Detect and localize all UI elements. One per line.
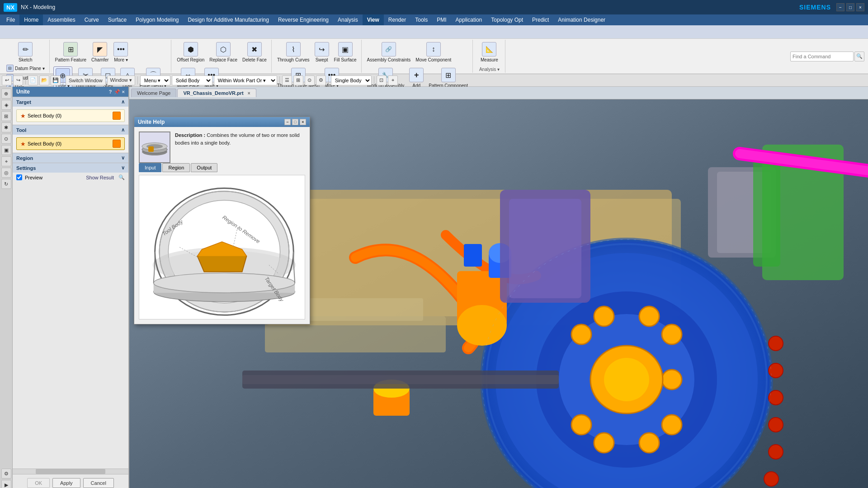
help-close-button[interactable]: ×	[300, 119, 306, 125]
chamfer-button[interactable]: ◤ Chamfer	[90, 41, 110, 64]
open-button[interactable]: 📂	[39, 75, 49, 85]
svg-point-22	[457, 305, 507, 346]
menu-application[interactable]: Application	[451, 14, 487, 25]
tool-section-header[interactable]: Tool ∧	[13, 125, 128, 135]
sketch-button[interactable]: ✏ Sketch	[16, 41, 34, 64]
help-thumbnail	[139, 131, 170, 163]
maximize-button[interactable]: □	[846, 3, 854, 11]
body-type-select[interactable]: Solid Body	[172, 75, 212, 85]
fill-surface-button[interactable]: ▣ Fill Surface	[332, 41, 359, 64]
offset-region-button[interactable]: ⬢ Offset Region	[175, 41, 206, 64]
chassis-tab-close[interactable]: ×	[248, 91, 250, 96]
left-scroll-area[interactable]	[13, 469, 128, 474]
swept-button[interactable]: ↪ Swept	[313, 41, 331, 64]
search-button[interactable]: 🔍	[854, 52, 864, 61]
help-restore-button[interactable]: □	[292, 119, 298, 125]
move-component-button[interactable]: ↕ Move Component	[414, 41, 453, 64]
filter-button[interactable]: ⊞	[293, 75, 303, 85]
sidebar-icon-6[interactable]: ▣	[1, 145, 11, 155]
unite-close-icon[interactable]: ×	[122, 89, 125, 95]
delete-face-button[interactable]: ✖ Delete Face	[241, 41, 269, 64]
svg-point-10	[662, 324, 682, 344]
datum-plane-button[interactable]: ⊟ Datum Plane ▾	[5, 64, 47, 73]
snap-button[interactable]: ⊙	[305, 75, 315, 85]
delete-icon: ✖	[247, 42, 262, 56]
through-curves-button[interactable]: ⌇ Through Curves	[275, 41, 311, 64]
help-description: Description : Combines the volume of two…	[175, 131, 305, 146]
svg-point-14	[594, 433, 614, 453]
pattern-feature-button[interactable]: ⊞ Pattern Feature	[53, 41, 88, 64]
minimize-button[interactable]: −	[836, 3, 844, 11]
sidebar-icon-5[interactable]: ⊙	[1, 134, 11, 144]
redo-button[interactable]: ↪	[13, 75, 23, 85]
menu-file[interactable]: File	[2, 14, 19, 25]
menu-animation[interactable]: Animation Designer	[553, 14, 610, 25]
menu-view[interactable]: View	[363, 14, 384, 25]
target-select-body-button[interactable]: ★ Select Body (0)	[16, 109, 125, 122]
select-all-button[interactable]: ☰	[282, 75, 292, 85]
menu-tools[interactable]: Tools	[410, 14, 432, 25]
svg-rect-27	[464, 244, 482, 267]
ok-button[interactable]: OK	[27, 478, 50, 488]
cancel-button[interactable]: Cancel	[83, 478, 114, 488]
3d-viewport[interactable]: Unite Help − □ ×	[129, 99, 868, 488]
preview-checkbox[interactable]	[16, 174, 22, 180]
pattern-component-button[interactable]: ⊞ Pattern Component	[427, 66, 470, 89]
sidebar-icon-play[interactable]: ▶	[1, 480, 11, 488]
single-body-select[interactable]: Single Body	[331, 75, 372, 85]
undo-button[interactable]: ↩	[2, 75, 12, 85]
measure-button[interactable]: 📐 Measure	[479, 41, 500, 64]
menu-assemblies[interactable]: Assemblies	[43, 14, 80, 25]
menu-analysis[interactable]: Analysis	[333, 14, 363, 25]
settings-button[interactable]: ⚙	[316, 75, 326, 85]
orient-button[interactable]: ⌖	[388, 75, 398, 85]
assembly-constraints-button[interactable]: 🔗 Assembly Constraints	[365, 41, 413, 64]
menu-additive[interactable]: Design for Additive Manufacturing	[184, 14, 274, 25]
chassis-tab[interactable]: VR_Chassis_DemoVR.prt ×	[177, 89, 256, 97]
help-tab-output[interactable]: Output	[191, 163, 217, 172]
menu-pmi[interactable]: PMI	[432, 14, 451, 25]
menu-polygon-modeling[interactable]: Polygon Modeling	[131, 14, 183, 25]
sidebar-icon-2[interactable]: ◈	[1, 100, 11, 110]
command-search-input[interactable]	[790, 52, 854, 61]
close-button[interactable]: ×	[856, 3, 864, 11]
replace-face-button[interactable]: ⬡ Replace Face	[208, 41, 239, 64]
target-section-header[interactable]: Target ∧	[13, 97, 128, 107]
sidebar-icon-1[interactable]: ⊕	[1, 89, 11, 99]
sidebar-icon-8[interactable]: ◎	[1, 168, 11, 178]
help-tab-input[interactable]: Input	[139, 163, 161, 172]
region-section-header[interactable]: Region ∨	[13, 153, 128, 163]
menu-predict[interactable]: Predict	[528, 14, 553, 25]
help-tab-region[interactable]: Region	[162, 163, 190, 172]
add-button[interactable]: + Add	[407, 66, 425, 89]
new-button[interactable]: 📄	[28, 75, 38, 85]
switch-window-button[interactable]: Switch Window	[66, 75, 106, 85]
more-feature-button[interactable]: ••• More ▾	[112, 41, 130, 64]
show-result-button[interactable]: Show Result	[86, 175, 114, 180]
menu-topology[interactable]: Topology Opt	[486, 14, 528, 25]
sidebar-icon-settings[interactable]: ⚙	[1, 469, 11, 479]
sidebar-icon-3[interactable]: ⊞	[1, 111, 11, 121]
help-minimize-button[interactable]: −	[284, 119, 291, 125]
menu-reverse[interactable]: Reverse Engineering	[274, 14, 333, 25]
menu-home[interactable]: Home	[19, 14, 43, 25]
welcome-tab[interactable]: Welcome Page	[131, 89, 176, 97]
settings-section-header[interactable]: Settings ∨	[13, 163, 128, 173]
unite-help-icon[interactable]: ?	[109, 89, 112, 95]
menu-curve[interactable]: Curve	[80, 14, 104, 25]
menu-surface[interactable]: Surface	[104, 14, 131, 25]
tool-select-body-button[interactable]: ★ Select Body (0)	[16, 137, 125, 150]
window-button[interactable]: Window ▾	[107, 75, 135, 85]
apply-button[interactable]: Apply	[52, 478, 80, 488]
unite-pin-icon[interactable]: 📌	[114, 89, 120, 95]
view-options-button[interactable]: ⊡	[377, 75, 387, 85]
menu-select[interactable]: Menu ▾	[140, 75, 170, 85]
help-dialog-title: Unite Help − □ ×	[134, 117, 310, 127]
menu-render[interactable]: Render	[384, 14, 410, 25]
save-button[interactable]: 💾	[51, 75, 61, 85]
svg-rect-29	[509, 199, 581, 298]
sidebar-icon-7[interactable]: ⌖	[1, 156, 11, 166]
work-part-select[interactable]: Within Work Part Or ▾	[214, 75, 277, 85]
sidebar-icon-rotate[interactable]: ↻	[1, 179, 11, 189]
sidebar-icon-4[interactable]: ✱	[1, 122, 11, 132]
